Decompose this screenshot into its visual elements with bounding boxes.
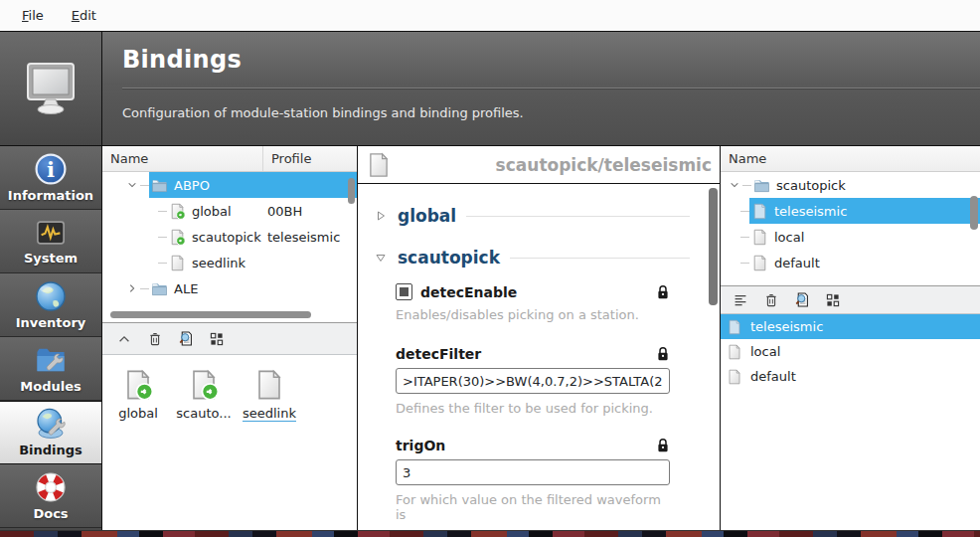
param-label: trigOn: [396, 438, 656, 453]
page-subtitle: Configuration of module-station bindings…: [122, 105, 980, 120]
delete-button[interactable]: [146, 330, 164, 348]
profiles-toolbar: [721, 285, 980, 314]
collapse-button[interactable]: [115, 330, 133, 348]
sidebar-item-label: Information: [8, 188, 93, 203]
app-window: File Edit Bindings Configuration of modu…: [0, 0, 980, 537]
sidebar-item-information[interactable]: Information: [0, 146, 101, 210]
editor-title: scautopick/teleseismic: [392, 155, 712, 175]
table-row[interactable]: teleseismic: [721, 198, 980, 224]
monitor-icon: [19, 57, 82, 120]
lock-icon[interactable]: [656, 438, 670, 453]
grid-icon: [209, 331, 225, 347]
section-global[interactable]: global: [374, 206, 694, 226]
chevron-down-icon[interactable]: [727, 177, 742, 193]
stations-tree: Name Profile ABPO global: [102, 146, 357, 323]
preview-button[interactable]: [177, 330, 195, 348]
lock-icon[interactable]: [656, 284, 670, 300]
file-icon: [366, 150, 392, 180]
table-row[interactable]: global 00BH: [102, 198, 357, 224]
file-linked-icon: [188, 367, 220, 403]
lock-icon[interactable]: [656, 346, 670, 362]
tree-branch: [158, 211, 167, 212]
tree-branch: [140, 288, 149, 289]
sidebar-item-docs[interactable]: Docs: [0, 464, 101, 528]
trigOn-input[interactable]: [396, 459, 670, 485]
vertical-scrollbar[interactable]: [709, 188, 718, 305]
detecEnable-checkbox[interactable]: [396, 283, 412, 300]
profiles-tree: Name scautopick teleseismic: [721, 146, 980, 285]
tree-branch: [740, 237, 749, 238]
tree-branch: [740, 211, 749, 212]
sidebar-item-modules[interactable]: Modules: [0, 337, 101, 401]
info-icon: [35, 153, 67, 185]
tree-branch: [740, 263, 749, 264]
param-detecFilter: detecFilter Defines the filter to be use…: [396, 346, 670, 416]
sidebar-item-label: Inventory: [16, 315, 86, 330]
trash-icon: [147, 331, 163, 347]
lifebuoy-icon: [35, 471, 67, 503]
tree-branch: [158, 237, 167, 238]
delete-button[interactable]: [762, 291, 780, 309]
sidebar-item-label: System: [24, 251, 78, 266]
sidebar-item-bindings[interactable]: Bindings: [0, 401, 101, 464]
sidebar-item-label: Modules: [20, 379, 81, 394]
menubar: File Edit: [0, 0, 980, 31]
list-item[interactable]: teleseismic: [721, 314, 980, 339]
menu-edit[interactable]: Edit: [62, 4, 106, 27]
globe-icon: [35, 280, 67, 312]
list-item[interactable]: local: [721, 339, 980, 364]
view-mode-button[interactable]: [824, 291, 842, 309]
view-mode-button[interactable]: [208, 330, 226, 348]
profiles-column-header[interactable]: Name: [721, 146, 980, 172]
file-icon: [169, 255, 186, 271]
column-name[interactable]: Name: [721, 151, 766, 166]
file-linked-icon: [169, 203, 186, 220]
table-row[interactable]: local: [721, 224, 980, 250]
list-item[interactable]: global: [106, 361, 170, 524]
column-name[interactable]: Name: [102, 146, 263, 171]
file-linked-icon: [169, 229, 186, 246]
list-item[interactable]: default: [721, 364, 980, 389]
menu-file[interactable]: File: [12, 4, 54, 27]
station-name: ALE: [174, 281, 198, 296]
table-row[interactable]: scautopick: [721, 172, 980, 198]
table-row[interactable]: scautopick teleseismic: [102, 224, 357, 250]
chevron-down-icon[interactable]: [124, 177, 140, 193]
vertical-scrollbar[interactable]: [970, 196, 978, 230]
table-row[interactable]: ALE: [102, 275, 357, 301]
sidebar-item-system[interactable]: System: [0, 210, 101, 273]
table-row[interactable]: default: [721, 250, 980, 275]
horizontal-scrollbar[interactable]: [110, 311, 311, 318]
details-view-button[interactable]: [732, 291, 749, 309]
document-magnifier-icon: [178, 330, 195, 347]
file-icon: [751, 229, 768, 246]
param-detecEnable: detecEnable Enables/disables picking on …: [396, 283, 670, 322]
detecFilter-input[interactable]: [396, 368, 670, 394]
profiles-list: teleseismic local default: [721, 314, 980, 530]
table-row[interactable]: seedlink: [102, 250, 357, 275]
tree-branch: [140, 185, 149, 186]
folder-wrench-icon: [35, 344, 67, 376]
system-icon: [36, 218, 66, 248]
binding-name: seedlink: [192, 256, 245, 270]
preview-button[interactable]: [793, 291, 811, 309]
profile-name: local: [774, 230, 804, 245]
param-label: detecFilter: [396, 346, 656, 362]
table-row[interactable]: ABPO: [102, 172, 357, 198]
column-profile[interactable]: Profile: [263, 151, 311, 166]
folder-icon: [753, 177, 770, 194]
triangle-right-icon: [374, 209, 388, 223]
list-item[interactable]: scauto...: [172, 361, 236, 524]
folder-icon: [151, 177, 168, 194]
stations-column-header[interactable]: Name Profile: [102, 146, 357, 172]
stations-toolbar: [102, 323, 357, 355]
header-divider: [122, 88, 980, 89]
list-item[interactable]: seedlink: [238, 361, 301, 524]
vertical-scrollbar[interactable]: [348, 178, 355, 204]
sidebar-item-inventory[interactable]: Inventory: [0, 273, 101, 337]
section-scautopick[interactable]: scautopick: [374, 248, 694, 268]
binding-name: scautopick: [192, 230, 261, 245]
file-label: seedlink: [243, 407, 296, 422]
bindings-icon-view: global scauto... seedlink: [102, 355, 357, 530]
chevron-right-icon[interactable]: [124, 280, 140, 296]
